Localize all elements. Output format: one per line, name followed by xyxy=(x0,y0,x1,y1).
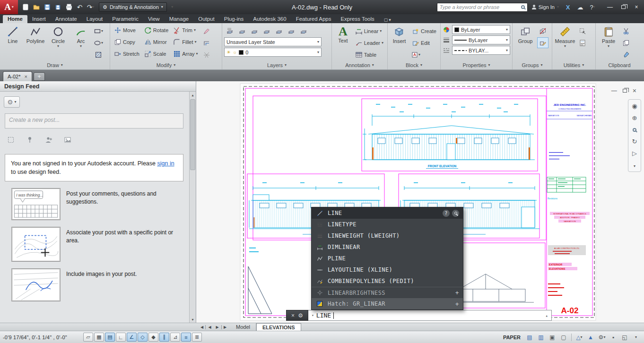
scrollbar-thumb[interactable] xyxy=(190,99,195,170)
suggestion-linetype[interactable]: LINETYPE xyxy=(312,219,463,230)
panel-label-layers[interactable]: Layers▾ xyxy=(222,61,331,69)
layer-match-button[interactable] xyxy=(298,25,309,36)
history-up-icon[interactable]: ▴ xyxy=(546,313,548,318)
layer-unisolate-button[interactable] xyxy=(249,25,260,36)
search-input[interactable] xyxy=(440,4,519,10)
scale-button[interactable]: Scale xyxy=(142,48,170,59)
doc-minimize-button[interactable]: — xyxy=(611,87,617,94)
marquee-tool-button[interactable] xyxy=(5,134,17,146)
array-button[interactable]: Array▾ xyxy=(171,48,200,59)
panel-label-modify[interactable]: Modify▾ xyxy=(110,61,222,69)
customize-icon[interactable]: ⚙ xyxy=(298,312,303,319)
show-motion-button[interactable]: ▷ xyxy=(632,150,637,157)
signin-link[interactable]: sign in xyxy=(157,160,174,167)
coordinate-display[interactable]: -0'9 17/64", 0'-1 1/4" , 0'-0" xyxy=(3,334,82,340)
layer-off-button[interactable] xyxy=(273,25,285,36)
quick-view-drawings-button[interactable]: ▢ xyxy=(558,333,569,342)
close-button[interactable]: × xyxy=(630,1,643,13)
tab-view[interactable]: View xyxy=(143,15,165,23)
annotation-scale-button[interactable]: △▾ xyxy=(574,333,584,342)
edit-block-button[interactable]: Edit xyxy=(410,37,438,48)
group-button[interactable]: Group xyxy=(514,25,536,61)
recent-commands-icon[interactable]: ▾ xyxy=(312,314,314,317)
file-tab-a02[interactable]: A-02* × xyxy=(3,71,32,81)
signin-button[interactable]: Sign In ▾ xyxy=(530,4,561,10)
ellipse-button[interactable]: ▾ xyxy=(93,37,104,48)
orbit-button[interactable]: ↻ xyxy=(632,138,637,145)
cut-button[interactable] xyxy=(620,26,632,36)
ducs-toggle[interactable]: ⊿ xyxy=(170,333,180,342)
autodesk360-button[interactable]: ☁ xyxy=(575,2,585,12)
tab-manage[interactable]: Manage xyxy=(165,15,194,23)
tab-parametric[interactable]: Parametric xyxy=(107,15,143,23)
workspace-switcher[interactable]: ⚙ Drafting & Annotation ▾ xyxy=(99,2,167,12)
suggestion-hatch-gr-linear[interactable]: Hatch: GR_LINEAR + xyxy=(312,298,463,309)
layer-lock-button[interactable] xyxy=(286,25,297,36)
pin-tool-button[interactable] xyxy=(24,134,36,146)
save-button[interactable] xyxy=(42,2,52,12)
panel-label-properties[interactable]: Properties▾ xyxy=(441,61,512,69)
text-button[interactable]: AText xyxy=(334,25,352,61)
restore-button[interactable] xyxy=(617,1,630,13)
polyline-button[interactable]: Polyline xyxy=(25,25,46,61)
layer-properties-button[interactable] xyxy=(224,25,235,36)
copy-button[interactable]: Copy xyxy=(112,36,141,47)
panel-label-block[interactable]: Block▾ xyxy=(388,61,440,69)
suggestion-lineweight[interactable]: LINEWEIGHT (LWEIGHT) xyxy=(312,230,463,241)
suggestion-layoutline[interactable]: LAYOUTLINE (XLINE) xyxy=(312,264,463,275)
rectangle-button[interactable]: ▾ xyxy=(93,26,104,36)
arc-button[interactable]: Arc▾ xyxy=(70,25,92,61)
explode-button[interactable] xyxy=(201,49,212,60)
block-attributes-button[interactable]: ▾ xyxy=(410,49,421,60)
feed-settings-button[interactable]: ⚙ ▾ xyxy=(4,96,20,108)
suggestion-dimlinear[interactable]: DIMLINEAR xyxy=(312,241,463,253)
erase-button[interactable] xyxy=(201,26,212,36)
linetype-dropdown[interactable]: BYLAY...▾ xyxy=(452,46,510,55)
tab-home[interactable]: Home xyxy=(3,15,27,23)
move-button[interactable]: Move xyxy=(112,25,141,35)
tab-annotate[interactable]: Annotate xyxy=(51,15,82,23)
leader-button[interactable]: Leader▾ xyxy=(353,37,385,48)
annotation-visibility-button[interactable]: ▲ xyxy=(585,333,596,342)
attach-image-button[interactable] xyxy=(61,134,74,146)
tab-featured-apps[interactable]: Featured Apps xyxy=(291,15,336,23)
panel-label-draw[interactable]: Draw▾ xyxy=(0,61,110,69)
circle-button[interactable]: Circle▾ xyxy=(47,25,69,61)
lineweight-toggle[interactable]: ≣ xyxy=(192,333,202,342)
model-space-button[interactable]: ▤ xyxy=(524,333,535,342)
exchange-apps-button[interactable]: X xyxy=(563,2,573,12)
tab-insert[interactable]: Insert xyxy=(27,15,51,23)
quick-calc-button[interactable] xyxy=(577,37,588,48)
snap-toggle[interactable]: ▦ xyxy=(94,333,104,342)
osnap3d-toggle[interactable]: ◆ xyxy=(148,333,158,342)
group-edit-button[interactable] xyxy=(537,37,548,48)
ortho-toggle[interactable]: ∟ xyxy=(116,333,126,342)
tab-output[interactable]: Output xyxy=(193,15,219,23)
table-button[interactable]: Table xyxy=(353,49,385,60)
search-icon[interactable] xyxy=(521,5,525,9)
tab-layout[interactable]: Layout xyxy=(82,15,108,23)
copy-clip-button[interactable] xyxy=(620,37,632,48)
layer-dropdown[interactable]: ☀ ☼ 0 ▾ xyxy=(224,48,322,57)
palette-scrollbar[interactable]: ▴ ▾ xyxy=(189,92,196,323)
new-post-input[interactable]: Create a new post... xyxy=(5,113,183,129)
steering-wheel-button[interactable]: ◉ xyxy=(632,103,637,110)
prev-layout-button[interactable]: ◀ xyxy=(206,325,213,329)
quick-view-layouts-button[interactable]: ▣ xyxy=(547,333,557,342)
line-button[interactable]: Line xyxy=(2,25,24,61)
command-line-grip[interactable]: × ⚙ xyxy=(286,310,308,321)
osnap-toggle[interactable]: ◇ xyxy=(138,333,148,342)
pan-button[interactable]: ⊕ xyxy=(632,114,637,121)
new-button[interactable] xyxy=(20,2,31,12)
tab-elevations[interactable]: ELEVATIONS xyxy=(256,323,301,331)
search-help-icon[interactable] xyxy=(452,210,459,217)
design-feed-header[interactable]: Design Feed xyxy=(0,81,196,92)
toolbar-lock-button[interactable]: ▪ xyxy=(608,333,618,342)
suggestion-pline[interactable]: PLINE xyxy=(312,253,463,264)
tab-autodesk360[interactable]: Autodesk 360 xyxy=(248,15,291,23)
command-input[interactable]: ▾ LINE ▴ xyxy=(308,310,552,321)
offset-button[interactable] xyxy=(201,37,212,48)
plot-button[interactable] xyxy=(63,2,74,12)
zoom-button[interactable] xyxy=(633,126,636,133)
mirror-button[interactable]: Mirror xyxy=(142,36,170,47)
